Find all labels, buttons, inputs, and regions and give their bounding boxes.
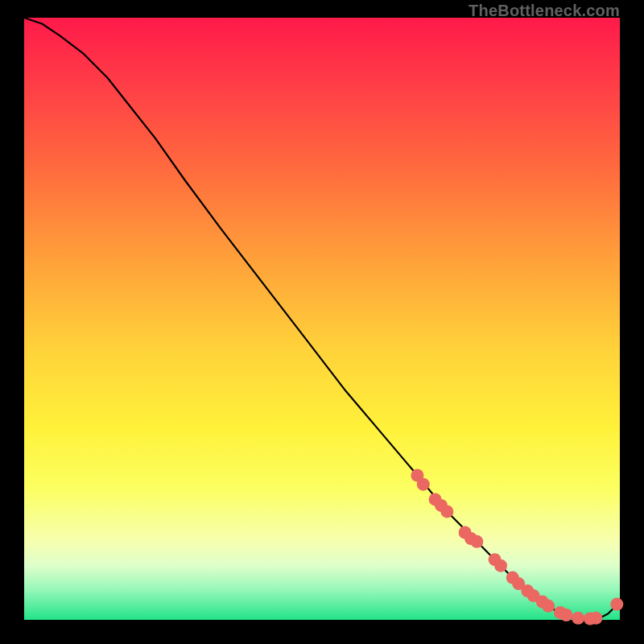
data-marker [589, 612, 602, 625]
data-marker [470, 535, 483, 548]
gradient-plot-area [24, 18, 620, 620]
bottleneck-curve [24, 18, 620, 620]
marker-group [411, 469, 623, 625]
data-marker [610, 598, 623, 611]
data-marker [494, 559, 507, 572]
chart-stage: TheBottleneck.com [0, 0, 644, 644]
data-marker [440, 505, 453, 518]
curve-svg [24, 18, 620, 620]
data-marker [542, 600, 555, 613]
data-marker [572, 612, 584, 625]
data-marker [417, 478, 430, 491]
data-marker [559, 609, 572, 621]
